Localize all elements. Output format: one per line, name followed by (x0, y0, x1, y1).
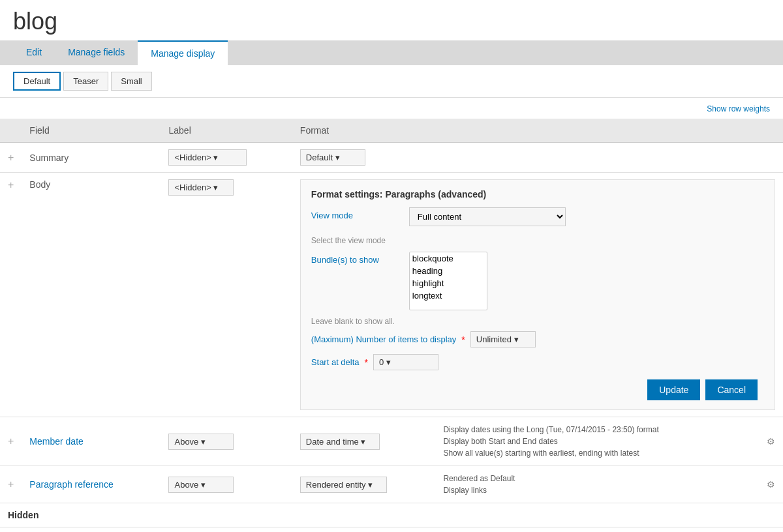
format-select-summary[interactable]: Default ▾ (300, 149, 365, 166)
drag-handle-para-ref[interactable]: + (8, 479, 14, 490)
max-items-required: * (461, 334, 465, 345)
cancel-button[interactable]: Cancel (705, 379, 758, 400)
label-cell-member-date: Above ▾ <Hidden> Inline (161, 417, 292, 466)
drag-cell-para-ref: + (0, 466, 22, 503)
desc-links: Display links (443, 484, 751, 496)
format-cell-member-date: Date and time ▾ Default (292, 417, 436, 466)
desc-cell-para-ref: Rendered as Default Display links (435, 466, 759, 503)
settings-icon-para-ref[interactable]: ⚙ (767, 479, 775, 490)
tab-manage-display[interactable]: Manage display (138, 40, 228, 65)
drag-handle-body[interactable]: + (8, 179, 14, 190)
view-mode-row: View mode Full content Teaser RSS (311, 207, 764, 226)
desc-cell-summary (435, 143, 759, 173)
field-name-links: Links (22, 527, 161, 533)
format-select-para-ref[interactable]: Rendered entity ▾ Default (300, 477, 387, 493)
label-select-para-ref[interactable]: Above ▾ <Hidden> Inline (168, 477, 234, 493)
field-name-body: Body (22, 173, 161, 417)
sub-tab-teaser[interactable]: Teaser (63, 72, 108, 91)
col-drag (0, 119, 22, 143)
settings-cell-member-date: ⚙ (759, 417, 783, 466)
table-row: + Paragraph reference Above ▾ <Hidden> I… (0, 466, 783, 503)
show-row-weights-link[interactable]: Show row weights (707, 104, 770, 113)
page-title: blog (13, 8, 770, 35)
max-items-select[interactable]: Unlimited ▾ 1 2 3 (470, 331, 536, 347)
desc-line-1: Display dates using the Long (Tue, 07/14… (443, 424, 751, 436)
drag-handle-member-date[interactable]: + (8, 436, 14, 447)
action-buttons: Update Cancel (311, 379, 764, 400)
label-cell-para-ref: Above ▾ <Hidden> Inline (161, 466, 292, 503)
format-settings-panel: Format settings: Paragraphs (advanced) V… (300, 179, 775, 410)
settings-cell-para-ref: ⚙ (759, 466, 783, 503)
sub-tab-default[interactable]: Default (13, 72, 61, 91)
start-delta-label: Start at delta (311, 357, 360, 367)
bundles-select[interactable]: blockquote heading highlight longtext (409, 252, 487, 310)
start-delta-select[interactable]: 0 ▾ 1 2 (373, 354, 438, 370)
col-format: Format (292, 119, 436, 143)
format-select-wrapper-member-date: Date and time ▾ Default (300, 434, 380, 450)
bundle-option-highlight[interactable]: highlight (410, 277, 487, 289)
bundle-option-longtext[interactable]: longtext (410, 289, 487, 302)
desc-cell-member-date: Display dates using the Long (Tue, 07/14… (435, 417, 759, 466)
label-cell-summary: <Hidden> ▾ Above Inline Visually Hidden (161, 143, 292, 173)
page-header: blog (0, 0, 783, 40)
drag-handle-summary[interactable]: + (8, 152, 14, 163)
leave-blank-text: Leave blank to show all. (311, 317, 764, 326)
fields-table: Field Label Format + Summary <Hidden> ▾ (0, 119, 783, 532)
show-row-weights-bar: Show row weights (0, 98, 783, 119)
hidden-section-header: Hidden (0, 503, 783, 527)
col-field: Field (22, 119, 161, 143)
label-cell-links: Hidden ▾ Above Inline (161, 527, 292, 533)
table-row: + Summary <Hidden> ▾ Above Inline Visual… (0, 143, 783, 173)
field-name-summary: Summary (22, 143, 161, 173)
table-row: + Body <Hidden> ▾ Above Inline (0, 173, 783, 417)
table-row: + Links Hidden ▾ Above Inline (0, 527, 783, 533)
view-mode-value-wrapper: Full content Teaser RSS (409, 207, 764, 226)
view-mode-select[interactable]: Full content Teaser RSS (409, 207, 566, 226)
drag-cell-body: + (0, 173, 22, 417)
bundles-label: Bundle(s) to show (311, 252, 403, 265)
sub-tab-small[interactable]: Small (111, 72, 152, 91)
field-description-member-date: Display dates using the Long (Tue, 07/14… (443, 424, 751, 459)
label-select-member-date[interactable]: Above ▾ <Hidden> Inline (168, 434, 234, 450)
label-select-wrapper-member-date: Above ▾ <Hidden> Inline (168, 434, 234, 450)
view-mode-hint-row: Select the view mode (311, 233, 764, 245)
start-delta-required: * (365, 357, 368, 368)
label-select-wrapper-summary: <Hidden> ▾ Above Inline Visually Hidden (168, 149, 247, 166)
bundle-option-blockquote[interactable]: blockquote (410, 252, 487, 265)
format-select-member-date[interactable]: Date and time ▾ Default (300, 434, 380, 450)
hidden-section-label: Hidden (0, 503, 783, 527)
desc-rendered: Rendered as Default (443, 473, 751, 484)
col-label: Label (161, 119, 292, 143)
label-select-body[interactable]: <Hidden> ▾ Above Inline (168, 179, 234, 196)
start-delta-row: Start at delta * 0 ▾ 1 2 (311, 354, 764, 370)
max-items-select-wrapper: Unlimited ▾ 1 2 3 (470, 331, 536, 347)
start-delta-select-wrapper: 0 ▾ 1 2 (373, 354, 438, 370)
settings-icon-member-date[interactable]: ⚙ (767, 436, 775, 447)
bundle-option-heading[interactable]: heading (410, 265, 487, 277)
content-area: Show row weights Field Label Format + Su… (0, 98, 783, 532)
field-name-member-date: Member date (22, 417, 161, 466)
settings-cell-links (759, 527, 783, 533)
tabs-bar: Edit Manage fields Manage display (0, 40, 783, 65)
format-settings-name: Paragraphs (advanced) (385, 189, 486, 200)
label-select-wrapper-body: <Hidden> ▾ Above Inline (168, 179, 234, 196)
label-select-summary[interactable]: <Hidden> ▾ Above Inline Visually Hidden (168, 149, 247, 166)
settings-cell-summary (759, 143, 783, 173)
label-select-wrapper-para-ref: Above ▾ <Hidden> Inline (168, 477, 234, 493)
tab-manage-fields[interactable]: Manage fields (55, 40, 138, 65)
sub-tabs-bar: Default Teaser Small (0, 65, 783, 98)
desc-line-3: Show all value(s) starting with earliest… (443, 447, 751, 459)
format-cell-links (292, 527, 436, 533)
label-cell-body: <Hidden> ▾ Above Inline (161, 173, 292, 417)
bundles-row: Bundle(s) to show blockquote heading hig… (311, 252, 764, 310)
format-cell-para-ref: Rendered entity ▾ Default (292, 466, 436, 503)
format-settings-cell: Format settings: Paragraphs (advanced) V… (292, 173, 783, 417)
field-name-para-ref: Paragraph reference (22, 466, 161, 503)
col-extra (435, 119, 759, 143)
field-description-para-ref: Rendered as Default Display links (443, 473, 751, 496)
tab-edit[interactable]: Edit (13, 40, 55, 65)
desc-cell-links (435, 527, 759, 533)
update-button[interactable]: Update (647, 379, 700, 400)
format-settings-title: Format settings: Paragraphs (advanced) (311, 189, 764, 200)
drag-cell-member-date: + (0, 417, 22, 466)
